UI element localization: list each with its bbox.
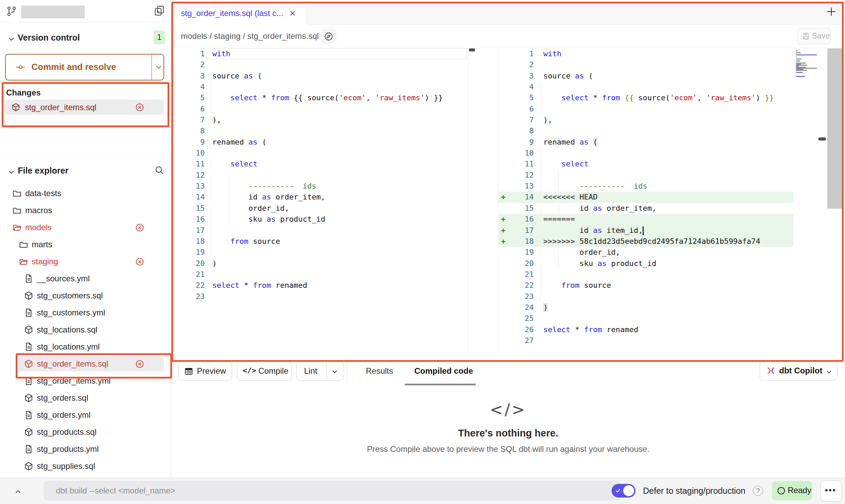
- changed-file-row[interactable]: stg_order_items.sql: [5, 100, 164, 115]
- file-item-staging[interactable]: staging: [0, 253, 171, 270]
- file-item-models[interactable]: models: [0, 219, 171, 236]
- code-line-22[interactable]: 22 from source: [498, 280, 793, 291]
- more-options-button[interactable]: •••: [820, 480, 842, 502]
- code-line-5[interactable]: 5 select * from {{ source('ecom', 'raw_i…: [173, 92, 468, 103]
- code-line-2[interactable]: 2: [173, 59, 468, 70]
- code-line-6[interactable]: 6: [498, 104, 793, 115]
- compile-button[interactable]: </> Compile: [237, 361, 291, 381]
- file-item-marts[interactable]: marts: [0, 236, 171, 253]
- code-line-26[interactable]: 26select * from renamed: [498, 324, 793, 335]
- code-line-15[interactable]: 15 id as order_item,: [498, 203, 793, 214]
- code-line-11[interactable]: 11 select: [498, 159, 793, 169]
- code-line-13[interactable]: 13 ---------- ids: [173, 181, 468, 192]
- code-line-1[interactable]: 1with: [498, 48, 793, 59]
- chevron-down-icon[interactable]: [7, 35, 16, 44]
- code-line-20[interactable]: 20 sku as product_id: [498, 258, 793, 269]
- code-line-15[interactable]: 15 order_id,: [173, 203, 468, 214]
- file-item-macros[interactable]: macros: [0, 202, 171, 219]
- code-line-10[interactable]: 10: [173, 148, 468, 159]
- file-item-stg_products.sql[interactable]: stg_products.sql: [0, 424, 171, 441]
- code-line-16[interactable]: 16 sku as product_id: [173, 214, 468, 225]
- code-line-22[interactable]: 22select * from renamed: [173, 280, 468, 291]
- copilot-chevron-icon[interactable]: [825, 368, 833, 376]
- lint-button[interactable]: Lint: [296, 361, 344, 381]
- file-item-stg_orders.yml[interactable]: stg_orders.yml: [0, 406, 171, 424]
- code-line-25[interactable]: 25: [498, 313, 793, 324]
- commit-dropdown-chevron-icon[interactable]: [154, 63, 163, 72]
- expand-chevron-icon[interactable]: [14, 487, 23, 496]
- code-pane-original[interactable]: 1with23source as (45 select * from {{ so…: [173, 48, 468, 302]
- minimap[interactable]: [796, 50, 818, 78]
- tab-close-icon[interactable]: [288, 9, 297, 17]
- code-line-1[interactable]: 1with: [173, 48, 468, 59]
- code-line-14[interactable]: 14 id as order_item,: [173, 192, 468, 203]
- tab-results[interactable]: Results: [366, 366, 393, 376]
- code-line-19[interactable]: 19 order_id,: [498, 247, 793, 258]
- code-line-8[interactable]: 8: [173, 125, 468, 136]
- code-line-17[interactable]: +17 id as item_id,: [498, 225, 793, 236]
- code-line-19[interactable]: 19: [173, 247, 468, 258]
- branch-name-redacted[interactable]: [21, 5, 85, 18]
- help-icon[interactable]: ?: [753, 486, 763, 496]
- code-line-17[interactable]: 17: [173, 225, 468, 236]
- code-line-6[interactable]: 6: [173, 104, 468, 115]
- defer-toggle[interactable]: [612, 484, 635, 498]
- left-pane-scroll-track[interactable]: [468, 48, 468, 357]
- search-icon[interactable]: [154, 165, 164, 175]
- chevron-down-icon[interactable]: [7, 168, 16, 177]
- discard-change-icon[interactable]: [135, 223, 144, 232]
- code-line-10[interactable]: 10: [498, 148, 793, 159]
- tab-stg-order-items[interactable]: stg_order_items.sql (last c...: [171, 2, 307, 25]
- code-line-3[interactable]: 3source as (: [498, 71, 793, 81]
- code-line-7[interactable]: 7),: [498, 115, 793, 125]
- code-line-21[interactable]: 21: [498, 269, 793, 280]
- code-line-11[interactable]: 11 select: [173, 159, 468, 169]
- file-item-stg_order_items.yml[interactable]: stg_order_items.yml: [0, 372, 171, 389]
- code-line-3[interactable]: 3source as (: [173, 71, 468, 81]
- preview-button[interactable]: Preview: [178, 361, 232, 381]
- dbt-copilot-button[interactable]: dbt Copilot: [760, 361, 837, 381]
- file-item-stg_customers.sql[interactable]: stg_customers.sql: [0, 287, 171, 304]
- code-line-7[interactable]: 7),: [173, 115, 468, 125]
- file-item-stg_orders.sql[interactable]: stg_orders.sql: [0, 389, 171, 406]
- command-input[interactable]: [44, 481, 621, 501]
- version-control-header[interactable]: Version control 1: [0, 30, 171, 46]
- code-line-8[interactable]: 8: [498, 125, 793, 136]
- file-item-stg_customers.yml[interactable]: stg_customers.yml: [0, 304, 171, 321]
- code-line-2[interactable]: 2: [498, 59, 793, 70]
- copy-files-icon[interactable]: [154, 5, 165, 16]
- code-line-23[interactable]: 23: [498, 291, 793, 302]
- file-item-stg_supplies.sql[interactable]: stg_supplies.sql: [0, 458, 171, 475]
- code-line-9[interactable]: 9renamed as (: [498, 137, 793, 148]
- discard-change-icon[interactable]: [135, 257, 144, 266]
- right-scrollbar-strip[interactable]: [827, 48, 842, 209]
- code-line-18[interactable]: 18 from source: [173, 236, 468, 247]
- code-line-9[interactable]: 9renamed as (: [173, 137, 468, 148]
- code-line-5[interactable]: 5 select * from {{ source('ecom', 'raw_i…: [498, 92, 793, 103]
- lint-dropdown-chevron-icon[interactable]: [331, 368, 339, 376]
- code-line-16[interactable]: +16=======: [498, 214, 793, 225]
- code-line-12[interactable]: 12: [498, 170, 793, 181]
- file-item-stg_order_items.sql[interactable]: stg_order_items.sql: [0, 355, 171, 372]
- file-item-data-tests[interactable]: data-tests: [0, 185, 171, 202]
- discard-change-icon[interactable]: [135, 103, 144, 112]
- discard-change-icon[interactable]: [135, 359, 144, 369]
- code-pane-modified[interactable]: 1with23source as (45 select * from {{ so…: [498, 48, 793, 346]
- code-line-21[interactable]: 21: [173, 269, 468, 280]
- code-line-20[interactable]: 20): [173, 258, 468, 269]
- file-item-stg_products.yml[interactable]: stg_products.yml: [0, 441, 171, 458]
- save-button[interactable]: Save: [797, 28, 831, 44]
- file-explorer-header[interactable]: File explorer: [0, 163, 171, 179]
- code-line-12[interactable]: 12: [173, 170, 468, 181]
- code-line-4[interactable]: 4: [498, 81, 793, 92]
- file-item-__sources.yml[interactable]: __sources.yml: [0, 270, 171, 287]
- code-line-18[interactable]: +18>>>>>>> 58c1dd23d5eebd9cd2495fa7124ab…: [498, 236, 793, 247]
- code-line-27[interactable]: 27: [498, 335, 793, 346]
- lineage-compass-icon[interactable]: [321, 29, 336, 44]
- commit-and-resolve-button[interactable]: Commit and resolve: [5, 54, 164, 80]
- code-line-13[interactable]: 13 ---------- ids: [498, 181, 793, 192]
- code-line-23[interactable]: 23: [173, 291, 468, 302]
- tab-compiled-code[interactable]: Compiled code: [414, 366, 473, 376]
- file-item-stg_locations.yml[interactable]: stg_locations.yml: [0, 338, 171, 355]
- file-item-stg_locations.sql[interactable]: stg_locations.sql: [0, 321, 171, 338]
